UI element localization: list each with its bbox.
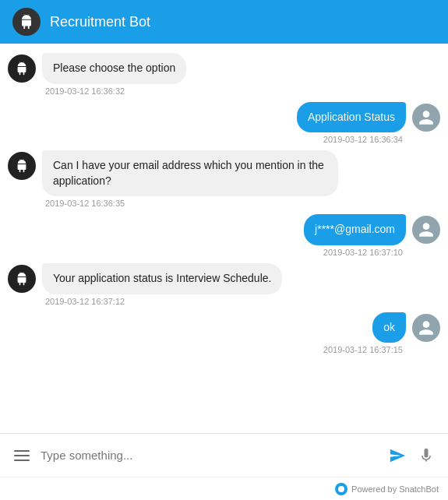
user-bubble-wrapper: ok 2019-03-12 16:37:15 bbox=[320, 312, 406, 355]
bot-bubble-wrapper: Your application status is Interview Sch… bbox=[42, 263, 282, 306]
message-timestamp: 2019-03-12 16:37:10 bbox=[320, 248, 406, 257]
android-header-icon bbox=[18, 13, 35, 30]
user-avatar-icon bbox=[418, 221, 435, 238]
user-bubble-wrapper: j****@gmail.com 2019-03-12 16:37:10 bbox=[304, 214, 406, 257]
mic-button[interactable] bbox=[414, 443, 439, 468]
menu-line bbox=[14, 455, 30, 456]
send-icon bbox=[389, 447, 406, 464]
message-timestamp: 2019-03-12 16:36:32 bbox=[42, 86, 128, 96]
bot-bubble-wrapper: Please choose the option 2019-03-12 16:3… bbox=[42, 53, 186, 96]
message-row: Please choose the option 2019-03-12 16:3… bbox=[8, 53, 440, 96]
input-bar bbox=[0, 433, 448, 477]
android-bot-icon bbox=[14, 158, 30, 174]
bot-message-bubble: Can I have your email address which you … bbox=[42, 150, 338, 196]
user-message-bubble: j****@gmail.com bbox=[304, 214, 406, 245]
bot-avatar bbox=[8, 265, 36, 293]
message-row: j****@gmail.com 2019-03-12 16:37:10 bbox=[8, 214, 440, 257]
user-bubble-wrapper: Application Status 2019-03-12 16:36:34 bbox=[297, 102, 406, 145]
powered-by-footer: Powered by SnatchBot bbox=[0, 477, 448, 500]
snatchbot-logo-icon bbox=[337, 485, 345, 493]
user-avatar bbox=[412, 216, 440, 244]
user-avatar bbox=[412, 314, 440, 342]
message-row: Your application status is Interview Sch… bbox=[8, 263, 440, 306]
bot-message-bubble: Please choose the option bbox=[42, 53, 186, 84]
snatchbot-logo bbox=[335, 483, 347, 495]
user-avatar-icon bbox=[418, 319, 435, 336]
header-bot-avatar bbox=[12, 8, 41, 36]
message-timestamp: 2019-03-12 16:36:35 bbox=[42, 199, 128, 208]
user-message-bubble: ok bbox=[372, 312, 406, 343]
menu-button[interactable] bbox=[9, 445, 34, 466]
user-avatar bbox=[412, 104, 440, 132]
message-row: Can I have your email address which you … bbox=[8, 150, 440, 208]
android-bot-icon bbox=[14, 271, 30, 287]
chat-messages: Please choose the option 2019-03-12 16:3… bbox=[0, 44, 448, 433]
mic-icon bbox=[418, 448, 434, 463]
svg-point-0 bbox=[338, 486, 344, 492]
message-timestamp: 2019-03-12 16:36:34 bbox=[320, 135, 406, 144]
send-button[interactable] bbox=[384, 442, 411, 469]
powered-by-text: Powered by SnatchBot bbox=[351, 484, 439, 494]
message-timestamp: 2019-03-12 16:37:12 bbox=[42, 297, 128, 306]
message-timestamp: 2019-03-12 16:37:15 bbox=[320, 345, 406, 354]
menu-line bbox=[14, 460, 30, 461]
android-bot-icon bbox=[14, 61, 30, 76]
user-avatar-icon bbox=[418, 109, 435, 126]
bot-avatar bbox=[8, 152, 36, 180]
bot-message-bubble: Your application status is Interview Sch… bbox=[42, 263, 282, 294]
message-row: ok 2019-03-12 16:37:15 bbox=[8, 312, 440, 355]
bot-bubble-wrapper: Can I have your email address which you … bbox=[42, 150, 338, 208]
message-input[interactable] bbox=[41, 449, 381, 462]
menu-line bbox=[14, 450, 30, 452]
chat-header: Recruitment Bot bbox=[0, 0, 448, 44]
header-title: Recruitment Bot bbox=[50, 14, 150, 30]
bot-avatar bbox=[8, 55, 36, 83]
message-row: Application Status 2019-03-12 16:36:34 bbox=[8, 102, 440, 145]
user-message-bubble: Application Status bbox=[297, 102, 406, 133]
